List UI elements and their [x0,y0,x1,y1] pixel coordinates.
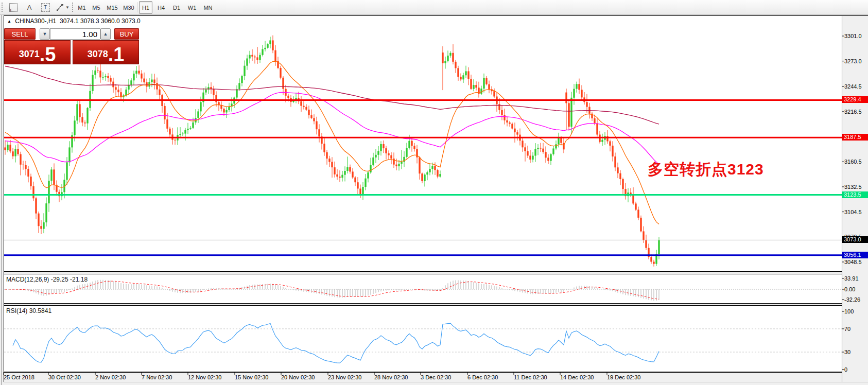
tf-d1-button[interactable]: D1 [170,1,183,14]
sell-price-main: 3071 [19,49,40,60]
fibonacci-tool-button[interactable]: F [6,1,21,14]
collapse-triangle-icon: ▲ [7,19,11,24]
time-axis-label: 23 Nov 02:30 [328,374,361,380]
macd-axis-label: 33.91 [844,275,867,282]
price-axis-label: 3104.5 [844,209,867,215]
volume-decrease-button[interactable]: ▼ [40,28,50,40]
macd-axis-label: -32.26 [844,296,867,303]
tf-mn-button[interactable]: MN [201,1,215,14]
chevron-down-icon: ▼ [65,5,70,10]
time-axis-label: 12 Nov 02:30 [188,374,221,380]
buy-button[interactable]: BUY [114,28,139,40]
chart-title-ohlc: 3074.1 3078.3 3060.0 3073.0 [60,18,141,25]
arrows-icon [56,4,64,11]
rsi-axis-label: 0 [844,366,867,373]
chart-annotation: 多空转折点3123 [648,159,764,180]
time-axis-label: 25 Oct 2018 [4,374,34,380]
tf-m5-button[interactable]: M5 [90,1,102,14]
time-axis-label: 20 Nov 02:30 [281,374,315,380]
time-axis-label: 19 Dec 02:30 [607,374,640,380]
price-level-chip: 3056.1 [842,252,868,258]
fibonacci-icon: F [9,3,18,12]
price-axis-label: 3301.0 [844,33,867,39]
time-axis-label: 6 Dec 02:30 [467,374,498,380]
price-axis-label: 3132.5 [844,184,867,190]
buy-price-frac: .1 [108,47,125,62]
time-axis-label: 2 Nov 02:30 [95,374,126,380]
time-axis-label: 14 Dec 02:30 [560,374,594,380]
text-label-tool-button[interactable]: A [23,1,36,14]
price-level-chip: 3123.5 [842,191,868,198]
tf-m1-button[interactable]: M1 [76,1,88,14]
time-axis-label: 28 Nov 02:30 [374,374,408,380]
chart-title: ▲ CHINA300-,H1 3074.1 3078.3 3060.0 3073… [7,18,141,25]
macd-label: MACD(12,26,9) -29.25 -21.18 [6,276,88,283]
time-axis-label: 11 Dec 02:30 [514,374,547,380]
toolbar: F A T ▼ M1 M5 M15 M30 H1 H4 D1 W1 MN [0,0,868,15]
time-axis-label: 3 Dec 02:30 [421,374,451,380]
toolbar-drag-handle[interactable] [72,3,75,12]
arrows-tool-button[interactable]: ▼ [54,1,72,14]
tf-h4-button[interactable]: H4 [154,1,168,14]
text-tool-icon: T [41,3,50,12]
tf-w1-button[interactable]: W1 [185,1,199,14]
price-level-chip: 3229.4 [842,96,868,103]
time-axis-label: 30 Oct 02:30 [48,374,81,380]
rsi-label: RSI(14) 30.5841 [6,307,51,314]
toolbar-drag-handle[interactable] [2,3,5,12]
sell-price-frac: .5 [40,47,56,62]
triangle-up-icon: ▲ [103,31,108,37]
price-axis-label: 3244.5 [844,83,867,90]
price-axis-label: 3160.5 [844,159,867,165]
chart-title-symbol: CHINA300-,H1 [15,18,56,25]
text-tool-button[interactable]: T [38,1,53,14]
macd-axis-label: 0.00 [844,286,867,292]
volume-increase-button[interactable]: ▲ [100,28,111,40]
rsi-axis-label: 100 [844,308,867,314]
triangle-down-icon: ▼ [43,31,47,37]
price-axis-label: 3273.0 [844,58,867,64]
rsi-axis-label: 30 [844,349,867,355]
tf-h1-button[interactable]: H1 [139,1,152,14]
buy-price-button[interactable]: 3078.1 [73,40,139,64]
tf-m30-button[interactable]: M30 [121,1,136,14]
time-axis-label: 7 Nov 02:30 [142,374,172,380]
text-label-icon: A [27,4,32,11]
volume-input[interactable] [50,28,100,40]
time-axis-label: 15 Nov 02:30 [235,374,268,380]
sell-price-button[interactable]: 3071.5 [4,40,71,64]
current-price-chip: 3073.0 [842,236,868,243]
one-click-trade-panel: SELL ▼ ▲ BUY 3071.5 3078.1 [4,28,139,64]
rsi-axis-label: 70 [844,326,867,332]
price-level-chip: 3187.5 [842,134,868,141]
price-axis-label: 3048.5 [844,259,867,265]
toolbar-separator [137,2,137,12]
buy-price-main: 3078 [88,49,108,60]
sell-button[interactable]: SELL [4,28,36,40]
price-axis-label: 3216.5 [844,109,867,115]
tf-m15-button[interactable]: M15 [105,1,120,14]
